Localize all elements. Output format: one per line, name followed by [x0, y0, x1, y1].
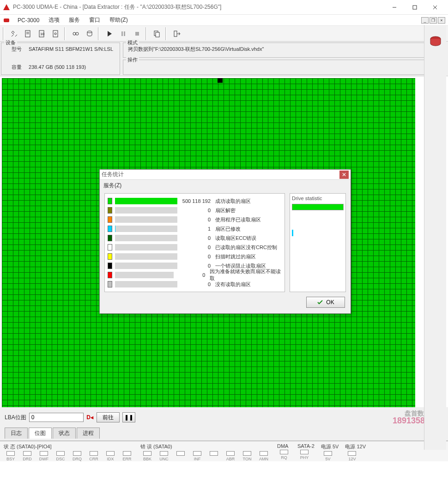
window-minimize-button[interactable]: [384, 0, 405, 14]
status-group-pwr5: 电源 5V 5V: [321, 442, 339, 461]
led-indicator: [40, 451, 48, 456]
led-item: 5V: [321, 451, 335, 461]
led-label: PHY: [300, 455, 309, 460]
mdi-minimize-button[interactable]: _: [421, 17, 429, 24]
svg-point-15: [87, 31, 92, 33]
app-icon: [3, 4, 10, 11]
stat-row: 500 118 192 成功读取的扇区: [105, 196, 285, 206]
menubar-app[interactable]: PC-3000: [13, 16, 44, 24]
menubar-help[interactable]: 帮助(Z): [105, 15, 132, 25]
svg-rect-5: [4, 18, 9, 22]
goto-button[interactable]: 前往: [97, 412, 120, 422]
led-item: BBK: [140, 451, 154, 461]
stat-label: 扇区解密: [215, 207, 236, 214]
led-label: BBK: [143, 457, 151, 461]
sidebar-disk-icon[interactable]: [428, 35, 443, 48]
stat-bar: [115, 207, 177, 214]
led-indicator: [123, 451, 131, 456]
window-title: PC-3000 UDMA-E - China - [Data Extractor…: [13, 3, 384, 11]
lba-input[interactable]: [29, 413, 84, 422]
led-item: DRD: [20, 451, 34, 461]
info-row: 设备 型号 SATAFIRM S11 SBFM21W1 S/N:LSL 容量 2…: [0, 42, 448, 76]
svg-marker-16: [108, 31, 112, 37]
stat-bar: [115, 253, 177, 260]
toolbar-stop-icon[interactable]: [131, 28, 144, 40]
mode-legend: 模式: [126, 39, 139, 46]
dialog-menu-service[interactable]: 服务(Z): [100, 180, 351, 193]
stat-row: 0 因为准备就绪失败而扇区不能读取: [105, 270, 285, 280]
led-item: DRQ: [70, 451, 84, 461]
status-pwr12-title: 电源 12V: [345, 442, 366, 451]
dialog-close-button[interactable]: ✕: [339, 171, 349, 179]
bottom-controls: LBA位图 D◂ 前往 ❚❚ 盘首数据恢复 18913587620: [0, 407, 448, 428]
drive-statistic-bar2: [292, 230, 344, 236]
led-indicator: [23, 451, 31, 456]
dialog-ok-button[interactable]: OK: [306, 297, 345, 308]
tab-state[interactable]: 状态: [53, 428, 76, 439]
menubar: PC-3000 选项 服务 窗口 帮助(Z) _ ❐ ×: [0, 15, 448, 26]
pause-small-button[interactable]: ❚❚: [122, 412, 135, 422]
toolbar-page3-icon[interactable]: [49, 28, 62, 40]
drive-statistic-title: Drive statistic: [292, 196, 344, 201]
stat-value: 0: [180, 245, 212, 250]
mdi-close-button[interactable]: ×: [438, 17, 445, 24]
led-indicator: [210, 451, 218, 456]
toolbar-play-icon[interactable]: [103, 28, 116, 40]
lba-label: LBA位图: [5, 414, 26, 422]
led-item: TON: [240, 451, 254, 461]
stat-label: 没有读取的扇区: [215, 281, 251, 288]
stat-label: 扇区已修改: [215, 226, 241, 232]
stat-color-swatch: [108, 263, 112, 269]
stat-bar: [115, 216, 177, 223]
tab-process[interactable]: 进程: [77, 428, 100, 439]
toolbar-binoculars-icon[interactable]: [69, 28, 82, 40]
stat-label: 扫描时跳过的扇区: [215, 253, 256, 260]
window-maximize-button[interactable]: [405, 0, 425, 14]
svg-rect-18: [124, 31, 125, 36]
led-indicator: [73, 451, 81, 456]
toolbar-page1-icon[interactable]: [22, 28, 35, 40]
status-sata2-title: SATA-2: [297, 442, 315, 450]
toolbar-pause-icon[interactable]: [117, 28, 130, 40]
stat-label: 已读取的扇区没有CRC控制: [215, 244, 277, 251]
menubar-options[interactable]: 选项: [44, 15, 64, 25]
stat-row: 0 扇区解密: [105, 206, 285, 215]
stat-row: 0 已读取的扇区没有CRC控制: [105, 243, 285, 252]
stat-color-swatch: [108, 207, 112, 214]
led-indicator: [226, 451, 235, 456]
svg-rect-19: [135, 32, 139, 36]
led-indicator: [90, 451, 98, 456]
toolbar-cylinder-icon[interactable]: [83, 28, 96, 40]
stat-label: 读取扇区ECC错误: [215, 235, 256, 242]
stat-value: 0: [180, 263, 212, 269]
capacity-label: 容量: [12, 64, 27, 71]
window-close-button[interactable]: [425, 0, 445, 14]
toolbar-page2-icon[interactable]: 10: [36, 28, 48, 40]
toolbar-copy-icon[interactable]: [151, 28, 163, 40]
lba-end-icon[interactable]: D◂: [86, 414, 94, 421]
stat-bar: [115, 226, 177, 232]
model-value: SATAFIRM S11 SBFM21W1 S/N:LSL: [29, 46, 113, 52]
tab-log[interactable]: 日志: [5, 428, 28, 439]
status-pwr5-title: 电源 5V: [321, 442, 339, 451]
toolbar-tools-icon[interactable]: [8, 28, 21, 40]
operation-fieldset: 操作: [123, 60, 446, 75]
capacity-value: 238.47 GB (500 118 193): [29, 64, 86, 70]
stat-color-swatch: [108, 272, 112, 278]
led-label: IDX: [107, 457, 114, 461]
status-group-error: 错 误 (SATA0) BBKUNCINFABRTONAMN: [140, 442, 271, 461]
led-label: AMN: [259, 457, 268, 461]
led-label: INF: [194, 457, 201, 461]
led-indicator: [176, 451, 185, 456]
menubar-service[interactable]: 服务: [64, 15, 85, 25]
stat-label: 成功读取的扇区: [215, 198, 251, 205]
led-indicator: [143, 451, 151, 456]
toolbar-exit-icon[interactable]: [170, 28, 183, 40]
led-item: RQ: [277, 450, 291, 460]
led-indicator: [260, 451, 268, 456]
tab-bitmap[interactable]: 位图: [29, 428, 52, 439]
mdi-restore-button[interactable]: ❐: [430, 17, 437, 24]
led-item: AMN: [257, 451, 271, 461]
menubar-window[interactable]: 窗口: [85, 15, 105, 25]
model-label: 型号: [12, 46, 27, 53]
